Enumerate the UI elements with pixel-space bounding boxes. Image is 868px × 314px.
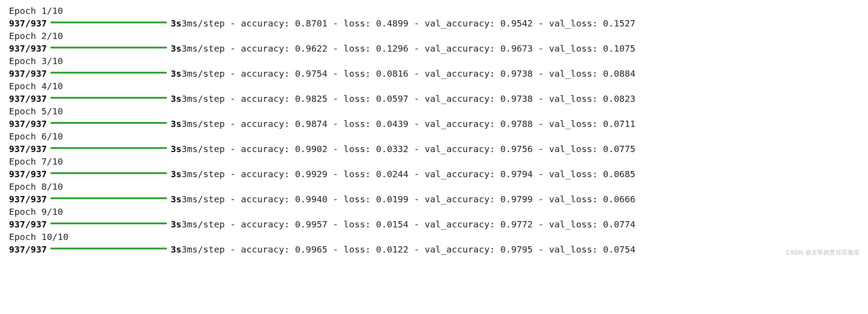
epoch-block: Epoch 8/10937/9373s 3ms/step - accuracy:… [9, 180, 859, 205]
epoch-progress-line: 937/9373s 3ms/step - accuracy: 0.9957 - … [9, 218, 859, 231]
total-time: 3s [171, 218, 181, 231]
step-counter: 937/937 [9, 17, 47, 30]
total-time: 3s [171, 42, 181, 55]
total-time: 3s [171, 67, 181, 80]
epoch-progress-line: 937/9373s 3ms/step - accuracy: 0.9825 - … [9, 92, 859, 105]
epoch-progress-line: 937/9373s 3ms/step - accuracy: 0.9940 - … [9, 193, 859, 205]
epoch-block: Epoch 10/10937/9373s 3ms/step - accuracy… [9, 231, 859, 256]
progress-bar [50, 197, 167, 199]
epoch-header: Epoch 4/10 [9, 80, 859, 92]
epoch-block: Epoch 2/10937/9373s 3ms/step - accuracy:… [9, 30, 859, 55]
epoch-progress-line: 937/9373s 3ms/step - accuracy: 0.9754 - … [9, 67, 859, 80]
step-counter: 937/937 [9, 118, 47, 130]
total-time: 3s [171, 118, 181, 130]
total-time: 3s [171, 243, 181, 256]
epoch-header: Epoch 8/10 [9, 180, 859, 193]
epoch-header: Epoch 7/10 [9, 155, 859, 168]
training-log-output: Epoch 1/10937/9373s 3ms/step - accuracy:… [9, 4, 859, 256]
epoch-header: Epoch 1/10 [9, 4, 859, 17]
progress-bar [50, 248, 167, 249]
epoch-progress-line: 937/9373s 3ms/step - accuracy: 0.9929 - … [9, 168, 859, 180]
epoch-metrics: 3ms/step - accuracy: 0.9965 - loss: 0.01… [181, 243, 635, 256]
progress-bar [50, 122, 167, 124]
epoch-progress-line: 937/9373s 3ms/step - accuracy: 0.8701 - … [9, 17, 859, 30]
epoch-metrics: 3ms/step - accuracy: 0.9622 - loss: 0.12… [181, 42, 635, 55]
epoch-metrics: 3ms/step - accuracy: 0.8701 - loss: 0.48… [181, 17, 635, 30]
epoch-block: Epoch 7/10937/9373s 3ms/step - accuracy:… [9, 155, 859, 180]
progress-bar [50, 147, 167, 149]
epoch-header: Epoch 2/10 [9, 30, 859, 42]
progress-bar [50, 97, 167, 99]
step-counter: 937/937 [9, 143, 47, 155]
epoch-block: Epoch 1/10937/9373s 3ms/step - accuracy:… [9, 4, 859, 30]
epoch-header: Epoch 5/10 [9, 105, 859, 118]
epoch-block: Epoch 6/10937/9373s 3ms/step - accuracy:… [9, 130, 859, 155]
step-counter: 937/937 [9, 42, 47, 55]
epoch-block: Epoch 5/10937/9373s 3ms/step - accuracy:… [9, 105, 859, 130]
step-counter: 937/937 [9, 168, 47, 180]
progress-bar [50, 172, 167, 174]
epoch-block: Epoch 9/10937/9373s 3ms/step - accuracy:… [9, 205, 859, 231]
progress-bar [50, 22, 167, 23]
progress-bar [50, 222, 167, 224]
total-time: 3s [171, 193, 181, 205]
total-time: 3s [171, 168, 181, 180]
epoch-block: Epoch 4/10937/9373s 3ms/step - accuracy:… [9, 80, 859, 105]
epoch-progress-line: 937/9373s 3ms/step - accuracy: 0.9874 - … [9, 118, 859, 130]
epoch-header: Epoch 10/10 [9, 231, 859, 243]
total-time: 3s [171, 92, 181, 105]
epoch-metrics: 3ms/step - accuracy: 0.9825 - loss: 0.05… [181, 92, 635, 105]
step-counter: 937/937 [9, 92, 47, 105]
epoch-header: Epoch 9/10 [9, 205, 859, 218]
step-counter: 937/937 [9, 193, 47, 205]
epoch-header: Epoch 3/10 [9, 55, 859, 67]
progress-bar [50, 72, 167, 74]
total-time: 3s [171, 17, 181, 30]
epoch-progress-line: 937/9373s 3ms/step - accuracy: 0.9902 - … [9, 143, 859, 155]
step-counter: 937/937 [9, 243, 47, 256]
epoch-header: Epoch 6/10 [9, 130, 859, 143]
epoch-metrics: 3ms/step - accuracy: 0.9754 - loss: 0.08… [181, 67, 635, 80]
total-time: 3s [171, 143, 181, 155]
progress-bar [50, 47, 167, 48]
watermark-text: CSDN @文军的烹饪实验室 [786, 249, 860, 257]
epoch-metrics: 3ms/step - accuracy: 0.9874 - loss: 0.04… [181, 118, 635, 130]
epoch-progress-line: 937/9373s 3ms/step - accuracy: 0.9622 - … [9, 42, 859, 55]
epoch-block: Epoch 3/10937/9373s 3ms/step - accuracy:… [9, 55, 859, 80]
epoch-metrics: 3ms/step - accuracy: 0.9957 - loss: 0.01… [181, 218, 635, 231]
epoch-metrics: 3ms/step - accuracy: 0.9940 - loss: 0.01… [181, 193, 635, 205]
epoch-metrics: 3ms/step - accuracy: 0.9902 - loss: 0.03… [181, 143, 635, 155]
step-counter: 937/937 [9, 218, 47, 231]
epoch-metrics: 3ms/step - accuracy: 0.9929 - loss: 0.02… [181, 168, 635, 180]
step-counter: 937/937 [9, 67, 47, 80]
epoch-progress-line: 937/9373s 3ms/step - accuracy: 0.9965 - … [9, 243, 859, 256]
